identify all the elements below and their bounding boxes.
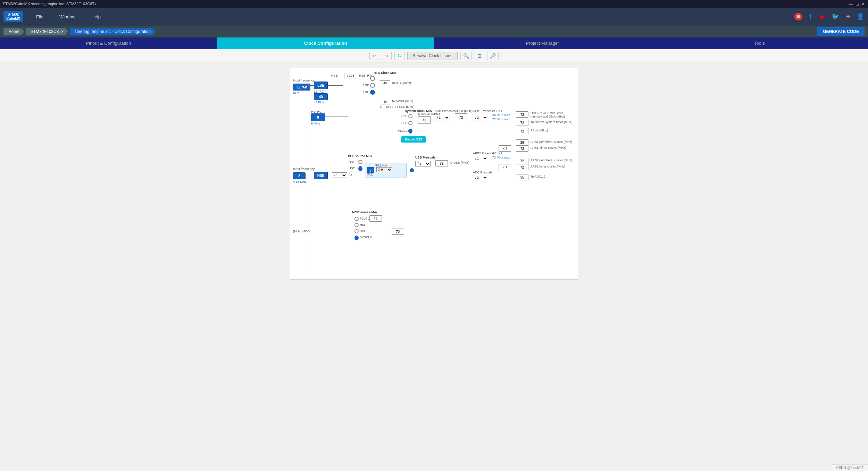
- lse-freq-value[interactable]: 32.768: [293, 84, 310, 91]
- sysclk-value[interactable]: 72: [418, 116, 431, 124]
- line-ahb-in: [431, 120, 435, 120]
- notification-icon[interactable]: 19: [794, 13, 802, 20]
- breadcrumb-device[interactable]: STM32F103C8Tx: [26, 28, 68, 35]
- to-mco-label: (MHz) MCO: [293, 230, 310, 233]
- tab-pinout[interactable]: Pinout & Configuration: [0, 37, 217, 49]
- x1-mult[interactable]: X 1: [499, 164, 511, 170]
- refresh-button[interactable]: ↻: [394, 51, 404, 60]
- cortex-timer-label: To Cortex System timer (MHz): [531, 120, 573, 124]
- hse-label-rtc: HSE: [331, 74, 338, 77]
- lsi-rc-block[interactable]: 40: [314, 93, 328, 100]
- apb1-periph-label: APB1 peripheral clocks (MHz): [531, 140, 572, 144]
- lsi-rc-unit: 40 KHz: [314, 101, 324, 104]
- mco-source-mux-label: MCO source Mux: [352, 211, 378, 214]
- hclk-label-top: HCLK (MHz): [455, 109, 473, 113]
- vline-sysclk-mux: [410, 115, 410, 132]
- zoom-in-button[interactable]: 🔍: [460, 52, 472, 60]
- window-controls[interactable]: — □ ✕: [849, 1, 865, 7]
- minimize-btn[interactable]: —: [849, 1, 853, 7]
- rtc-mux-label: RTC Clock Mux: [374, 71, 397, 75]
- mco-sysclk-radio[interactable]: [354, 236, 359, 240]
- pclk2-label: PCLK2: [492, 152, 502, 155]
- pclk1-label: PCLK1: [492, 109, 502, 113]
- person-icon[interactable]: 👤: [856, 12, 865, 21]
- hclk-value[interactable]: 72: [455, 113, 467, 121]
- menu-help[interactable]: Help: [89, 13, 103, 21]
- adc-prescaler-select[interactable]: / 2/ 4/ 6/ 8: [473, 175, 488, 180]
- undo-button[interactable]: ↩: [369, 52, 379, 60]
- div128-box[interactable]: / 128: [344, 73, 357, 78]
- youtube-icon[interactable]: ▶: [819, 12, 827, 21]
- pll-div2-label: / 2: [349, 173, 352, 177]
- generate-code-button[interactable]: GENERATE CODE: [817, 27, 865, 36]
- hsi-rc-unit: 8 MHz: [311, 122, 320, 125]
- sysclk-mux-pll[interactable]: [408, 129, 412, 134]
- tab-project[interactable]: Project Manager: [434, 37, 651, 49]
- pll-area: PLL *PLLMul 8 X 9X 2X 3X 4: [365, 163, 407, 178]
- pll-output-radio[interactable]: [410, 168, 414, 172]
- pll-src-hsi[interactable]: [358, 160, 362, 164]
- lsi-line-label: LSI: [363, 91, 368, 94]
- mco-out-value: 72: [392, 229, 404, 235]
- mco-hsi-radio[interactable]: [354, 223, 359, 227]
- hse-prescaler-select[interactable]: / 1/ 2: [332, 172, 347, 178]
- redo-button[interactable]: ↪: [382, 52, 392, 60]
- enable-css-button[interactable]: Enable CSS: [401, 136, 426, 143]
- breadcrumb-home[interactable]: Home: [3, 28, 24, 35]
- line-hsi-out: [325, 117, 348, 117]
- line-sysclk-mux-out: [413, 120, 418, 120]
- hse-freq-unit: 4-16 MHz: [293, 180, 307, 183]
- close-btn[interactable]: ✕: [861, 1, 865, 7]
- maximize-btn[interactable]: □: [856, 1, 859, 7]
- rtc-out-box: 40: [380, 80, 390, 86]
- adc-prescaler-label: ADC Prescaler: [473, 171, 494, 174]
- rtc-mux-radio-hse[interactable]: [370, 76, 375, 81]
- menu-window[interactable]: Window: [57, 13, 78, 21]
- menu-file[interactable]: File: [33, 13, 46, 21]
- apb1-periph-value: 36: [516, 139, 528, 146]
- usb-prescaler-select[interactable]: / 1/ 1.5: [415, 161, 431, 166]
- hse-freq-value[interactable]: 8: [293, 172, 306, 179]
- hsi-pll-label: HSI: [349, 160, 354, 164]
- x2-mult[interactable]: X 2: [499, 145, 511, 152]
- breadcrumb-current[interactable]: steering_engine.ioc - Clock Configuratio…: [70, 28, 156, 35]
- titlebar: STM32CubeMX steering_engine.ioc: STM32F1…: [0, 0, 868, 8]
- to-rtc-label: To RTC (KHz): [392, 81, 411, 85]
- tab-clock[interactable]: Clock Configuration: [217, 37, 434, 49]
- sysclk-mux-hse[interactable]: [408, 121, 412, 125]
- apb2-prescaler-select[interactable]: / 1/ 2/ 4: [473, 156, 488, 161]
- rtc-mux-radio-lsi[interactable]: [370, 90, 375, 95]
- hsi-rc-block[interactable]: 8: [311, 113, 325, 121]
- tab-tools[interactable]: Tools: [651, 37, 868, 49]
- to-iwdg-label: To IWDG (KHz): [392, 100, 413, 103]
- resolve-clock-button[interactable]: Resolve Clock Issues: [407, 52, 458, 60]
- sysclk-mux-hsi[interactable]: [408, 114, 412, 118]
- network-icon[interactable]: ✦: [844, 12, 852, 21]
- pll-multiplier-select[interactable]: X 9X 2X 3X 4: [376, 167, 392, 172]
- apb1-prescaler-select[interactable]: / 2/ 1/ 4/ 8: [473, 115, 488, 120]
- facebook-icon[interactable]: f: [806, 12, 815, 21]
- mco-hse-radio[interactable]: [354, 229, 359, 233]
- to-flit-label: To FLIT FCLK (MHz): [386, 105, 415, 109]
- lse-block[interactable]: LSE: [314, 82, 328, 89]
- apb2-prescaler-label: APB2 Prescaler: [473, 152, 495, 155]
- hsi-rc-label: HSI RC: [311, 110, 322, 113]
- fit-button[interactable]: ⊡: [475, 52, 484, 60]
- tabbar: Pinout & Configuration Clock Configurati…: [0, 37, 868, 49]
- to-usb-label: To USB (MHz): [449, 161, 469, 164]
- ahb-prescaler-select[interactable]: / 1/ 2/ 4/ 8: [435, 115, 450, 120]
- title-text: STM32CubeMX steering_engine.ioc: STM32F1…: [3, 2, 97, 6]
- pll-src-hse[interactable]: [358, 166, 362, 171]
- apb1-hclk-max: 72 MHz max: [492, 118, 510, 121]
- lse-unit-label: KHz: [293, 91, 299, 95]
- clock-diagram[interactable]: RTC Clock Mux Input frequency 32.768 KHz…: [290, 68, 578, 280]
- mco-pllclk2-radio[interactable]: [354, 217, 359, 221]
- usb-prescaler-label: USB Prescaler: [415, 156, 437, 159]
- apb1-pclk1-max: 36 MHz max: [492, 113, 510, 117]
- zoom-out-button[interactable]: 🔎: [487, 52, 499, 60]
- rtc-mux-radio-lse[interactable]: [370, 83, 375, 88]
- ahb-prescaler-label: AHB Prescaler: [435, 109, 455, 113]
- mco-div2: / 2: [369, 215, 382, 222]
- twitter-icon[interactable]: 🐦: [831, 12, 840, 21]
- menubar: STM32 CubeMX File Window Help 19 f ▶ 🐦 ✦…: [0, 8, 868, 26]
